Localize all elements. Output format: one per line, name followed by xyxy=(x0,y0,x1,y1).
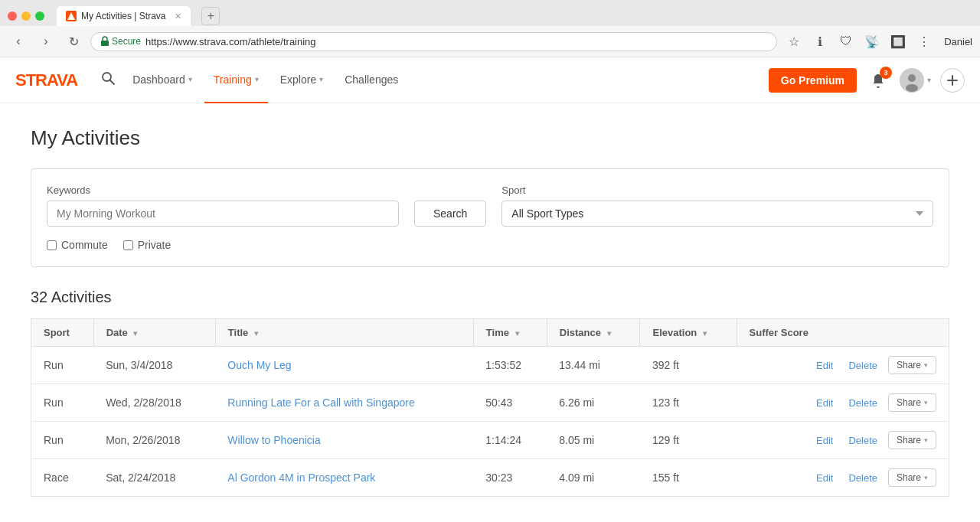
sport-group: Sport All Sport Types Run Ride Swim Walk… xyxy=(501,184,933,227)
cell-actions: Edit Delete Share ▾ xyxy=(766,347,949,384)
cell-date: Sun, 3/4/2018 xyxy=(93,347,215,384)
maximize-dot[interactable] xyxy=(35,11,44,21)
col-time[interactable]: Time ▾ xyxy=(473,319,547,347)
svg-line-2 xyxy=(110,80,115,85)
private-checkbox-label[interactable]: Private xyxy=(123,239,172,251)
header-right: Go Premium 3 ▾ xyxy=(769,68,965,93)
notifications-button[interactable]: 3 xyxy=(866,68,890,93)
extension-icon[interactable]: 🔲 xyxy=(887,31,909,52)
add-activity-button[interactable] xyxy=(940,68,965,93)
browser-tab[interactable]: My Activities | Strava ✕ xyxy=(57,6,191,26)
cell-suffer-score xyxy=(737,384,766,422)
commute-checkbox-label[interactable]: Commute xyxy=(47,239,108,251)
commute-checkbox[interactable] xyxy=(47,240,57,250)
cell-title: Willow to Phoenicia xyxy=(215,422,473,459)
edit-button[interactable]: Edit xyxy=(812,394,838,412)
cell-sport: Run xyxy=(31,384,94,422)
row-actions: Edit Delete Share ▾ xyxy=(779,431,936,449)
explore-caret: ▾ xyxy=(319,75,323,83)
cell-elevation: 123 ft xyxy=(640,384,737,422)
notification-badge: 3 xyxy=(880,67,892,79)
private-checkbox[interactable] xyxy=(123,240,133,250)
share-caret-icon: ▾ xyxy=(924,399,928,406)
filter-section: Keywords Search Sport All Sport Types Ru… xyxy=(31,168,949,267)
filter-checkboxes: Commute Private xyxy=(47,239,933,251)
share-button[interactable]: Share ▾ xyxy=(888,356,936,374)
col-title[interactable]: Title ▾ xyxy=(215,319,473,347)
nav-dashboard[interactable]: Dashboard ▾ xyxy=(123,57,201,103)
browser-dots xyxy=(8,11,44,21)
cell-date: Wed, 2/28/2018 xyxy=(93,384,215,422)
delete-button[interactable]: Delete xyxy=(844,357,882,374)
avatar-caret: ▾ xyxy=(927,76,931,84)
go-premium-button[interactable]: Go Premium xyxy=(769,68,857,93)
elevation-sort-icon: ▾ xyxy=(703,329,707,338)
nav-training[interactable]: Training ▾ xyxy=(204,57,268,103)
share-button[interactable]: Share ▾ xyxy=(888,393,936,412)
cell-suffer-score xyxy=(737,347,766,384)
new-tab-button[interactable]: + xyxy=(201,7,220,25)
nav-explore[interactable]: Explore ▾ xyxy=(271,57,332,103)
cell-suffer-score xyxy=(737,459,766,497)
row-actions: Edit Delete Share ▾ xyxy=(779,468,936,487)
delete-button[interactable]: Delete xyxy=(844,432,882,449)
main-nav: Dashboard ▾ Training ▾ Explore ▾ Challen… xyxy=(123,57,769,103)
activity-link[interactable]: Ouch My Leg xyxy=(227,359,291,371)
activity-link[interactable]: Willow to Phoenicia xyxy=(227,434,320,446)
search-button[interactable]: Search xyxy=(414,201,486,227)
share-caret-icon: ▾ xyxy=(924,361,928,369)
tab-close-icon[interactable]: ✕ xyxy=(175,11,181,21)
user-avatar-button[interactable]: ▾ xyxy=(900,68,931,93)
cell-elevation: 155 ft xyxy=(640,459,737,497)
table-row: Run Sun, 3/4/2018 Ouch My Leg 1:53:52 13… xyxy=(31,347,949,384)
cell-sport: Race xyxy=(31,459,94,497)
edit-button[interactable]: Edit xyxy=(812,357,838,374)
cell-time: 30:23 xyxy=(473,459,547,497)
filter-row: Keywords Search Sport All Sport Types Ru… xyxy=(47,184,933,227)
forward-button[interactable]: › xyxy=(35,31,57,52)
strava-logo[interactable]: STRAVA xyxy=(15,70,77,90)
delete-button[interactable]: Delete xyxy=(844,469,882,487)
col-elevation[interactable]: Elevation ▾ xyxy=(640,319,737,347)
activity-link[interactable]: Running Late For a Call with Singapore xyxy=(227,396,414,409)
col-distance[interactable]: Distance ▾ xyxy=(547,319,640,347)
cell-distance: 6.26 mi xyxy=(547,384,640,422)
col-date[interactable]: Date ▾ xyxy=(93,319,215,347)
share-button[interactable]: Share ▾ xyxy=(888,431,936,449)
table-row: Run Mon, 2/26/2018 Willow to Phoenicia 1… xyxy=(31,422,949,459)
cell-time: 1:14:24 xyxy=(473,422,547,459)
secure-label: Secure xyxy=(112,36,141,47)
search-icon-button[interactable] xyxy=(100,70,116,90)
page-title: My Activities xyxy=(31,126,949,150)
cast-icon[interactable]: 📡 xyxy=(861,31,883,52)
address-bar[interactable]: Secure https://www.strava.com/athlete/tr… xyxy=(90,32,777,51)
shield-icon[interactable]: 🛡 xyxy=(835,31,857,52)
share-button[interactable]: Share ▾ xyxy=(888,468,936,487)
edit-button[interactable]: Edit xyxy=(812,469,838,487)
sport-select[interactable]: All Sport Types Run Ride Swim Walk Hike … xyxy=(501,201,933,227)
col-sport: Sport xyxy=(31,319,94,347)
keywords-input[interactable] xyxy=(47,201,399,227)
menu-icon[interactable]: ⋮ xyxy=(913,31,935,52)
time-sort-icon: ▾ xyxy=(515,329,519,338)
delete-button[interactable]: Delete xyxy=(844,394,882,412)
back-button[interactable]: ‹ xyxy=(8,31,29,52)
training-caret: ▾ xyxy=(255,75,259,83)
edit-button[interactable]: Edit xyxy=(812,432,838,449)
refresh-button[interactable]: ↻ xyxy=(63,31,84,52)
nav-challenges[interactable]: Challenges xyxy=(335,57,407,103)
row-actions: Edit Delete Share ▾ xyxy=(779,356,936,374)
cell-elevation: 129 ft xyxy=(640,422,737,459)
distance-sort-icon: ▾ xyxy=(607,329,611,338)
share-caret-icon: ▾ xyxy=(924,474,928,481)
info-icon[interactable]: ℹ xyxy=(809,31,831,52)
share-caret-icon: ▾ xyxy=(924,436,928,444)
table-row: Run Wed, 2/28/2018 Running Late For a Ca… xyxy=(31,384,949,422)
activities-tbody: Run Sun, 3/4/2018 Ouch My Leg 1:53:52 13… xyxy=(31,347,949,497)
activity-link[interactable]: Al Gordon 4M in Prospect Park xyxy=(227,471,375,484)
close-dot[interactable] xyxy=(8,11,17,21)
bookmark-icon[interactable]: ☆ xyxy=(783,31,805,52)
cell-title: Ouch My Leg xyxy=(215,347,473,384)
minimize-dot[interactable] xyxy=(21,11,31,21)
app-header: STRAVA Dashboard ▾ Training ▾ Explore ▾ … xyxy=(0,57,980,103)
